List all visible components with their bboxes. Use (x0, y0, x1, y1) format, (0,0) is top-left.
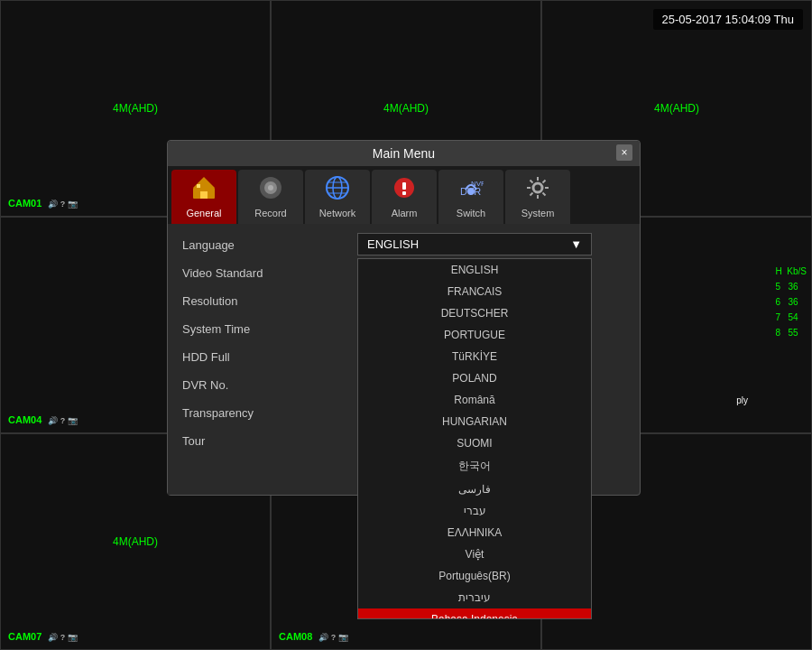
record-icon (258, 175, 283, 206)
svg-point-17 (467, 188, 475, 195)
svg-line-25 (543, 181, 546, 183)
tab-network-label: Network (319, 208, 355, 218)
net-stats-row2: 6 36 (776, 294, 807, 310)
net-stats-header: H Kb/S (776, 264, 807, 279)
alarm-icon (392, 175, 417, 206)
dialog-title: Main Menu (373, 146, 435, 161)
svg-point-6 (268, 185, 273, 190)
lang-option-hebrew[interactable]: עברי (358, 500, 591, 522)
system-icon (525, 175, 550, 206)
sidebar-item-hdd-full[interactable]: HDD Full (168, 343, 348, 371)
net-stats-row3: 7 54 (776, 310, 807, 325)
tab-general[interactable]: General (171, 170, 236, 224)
language-dropdown-container: ENGLISH ▼ ENGLISH FRANCAIS DEUTSCHER POR… (357, 233, 592, 255)
camera-label-8: CAM08 🔊 ? 📷 (279, 631, 348, 642)
lang-option-romana[interactable]: Română (358, 389, 591, 411)
camera-ahd-2: 4M(AHD) (383, 102, 429, 115)
camera-label-7: CAM07 🔊 ? 📷 (8, 631, 78, 642)
camera-ahd-1: 4M(AHD) (113, 102, 158, 115)
sidebar-item-video-standard[interactable]: Video Standard (168, 259, 348, 287)
svg-line-23 (531, 181, 533, 183)
net-stats-row4: 8 55 (776, 325, 807, 340)
tab-general-label: General (186, 208, 221, 218)
tab-record[interactable]: Record (238, 170, 303, 224)
tab-bar: General Record (168, 166, 640, 224)
lang-option-greek[interactable]: ΕΛΛΗΝΙΚΑ (358, 522, 591, 543)
lang-option-poland[interactable]: POLAND (358, 367, 591, 389)
sidebar-item-transparency[interactable]: Transparency (168, 399, 348, 427)
tab-system[interactable]: System (505, 170, 570, 224)
tab-record-label: Record (254, 208, 286, 218)
lang-option-portugue[interactable]: PORTUGUE (358, 324, 591, 346)
lang-option-english[interactable]: ENGLISH (358, 259, 591, 281)
lang-option-deutscher[interactable]: DEUTSCHER (358, 302, 591, 324)
tab-network[interactable]: Network (305, 170, 370, 224)
language-dropdown-header[interactable]: ENGLISH ▼ (357, 233, 592, 255)
main-menu-dialog: Main Menu × General (167, 140, 641, 496)
apply-overlay: ply (736, 395, 748, 405)
svg-line-26 (531, 193, 533, 196)
lang-option-viet[interactable]: Việt (358, 543, 591, 565)
language-dropdown-list[interactable]: ENGLISH FRANCAIS DEUTSCHER PORTUGUE TüRK… (357, 258, 592, 619)
language-selected-value: ENGLISH (367, 237, 419, 251)
sidebar: Language Video Standard Resolution Syste… (168, 224, 348, 495)
tab-switch[interactable]: DVR NVR Switch (438, 170, 503, 224)
sidebar-item-system-time[interactable]: System Time (168, 315, 348, 343)
net-stats-row1: 5 36 (776, 279, 807, 294)
general-icon (191, 175, 217, 206)
lang-option-turkiye[interactable]: TüRKİYE (358, 346, 591, 367)
svg-line-24 (543, 193, 546, 196)
lang-option-suomi[interactable]: SUOMI (358, 432, 591, 454)
sidebar-item-language[interactable]: Language (168, 231, 348, 259)
camera-ahd-3: 4M(AHD) (654, 102, 699, 115)
sidebar-item-resolution[interactable]: Resolution (168, 287, 348, 315)
camera-ahd-7: 4M(AHD) (113, 535, 158, 548)
tab-alarm-label: Alarm (392, 208, 418, 218)
dialog-close-button[interactable]: × (616, 144, 632, 161)
lang-option-farsi[interactable]: فارسی (358, 478, 591, 500)
svg-rect-14 (402, 191, 406, 195)
svg-rect-3 (197, 184, 200, 188)
lang-option-hebrew2[interactable]: עיברית (358, 587, 591, 608)
datetime-display: 25-05-2017 15:04:09 Thu (653, 9, 804, 30)
tab-system-label: System (521, 208, 555, 218)
content-area: ENGLISH ▼ ENGLISH FRANCAIS DEUTSCHER POR… (348, 224, 640, 495)
sidebar-item-tour[interactable]: Tour (168, 427, 348, 455)
camera-label-4: CAM04 🔊 ? 📷 (8, 414, 78, 425)
lang-option-bahasa-indonesia[interactable]: Bahasa Indonesia (358, 608, 591, 619)
dropdown-arrow-icon: ▼ (570, 237, 582, 251)
lang-option-portuguese-br[interactable]: Português(BR) (358, 565, 591, 587)
tab-alarm[interactable]: Alarm (372, 170, 437, 224)
svg-rect-2 (200, 191, 208, 199)
camera-label-1: CAM01 🔊 ? 📷 (8, 198, 78, 209)
switch-icon: DVR NVR (458, 175, 484, 206)
lang-option-francais[interactable]: FRANCAIS (358, 281, 591, 302)
sidebar-item-dvr-no[interactable]: DVR No. (168, 371, 348, 399)
svg-point-18 (533, 183, 542, 192)
network-icon (325, 175, 350, 206)
dialog-titlebar: Main Menu × (168, 141, 640, 166)
dialog-body: Language Video Standard Resolution Syste… (168, 224, 640, 495)
svg-rect-13 (402, 182, 406, 190)
tab-switch-label: Switch (457, 208, 485, 218)
lang-option-hungarian[interactable]: HUNGARIAN (358, 411, 591, 432)
lang-option-korean[interactable]: 한국어 (358, 454, 591, 478)
